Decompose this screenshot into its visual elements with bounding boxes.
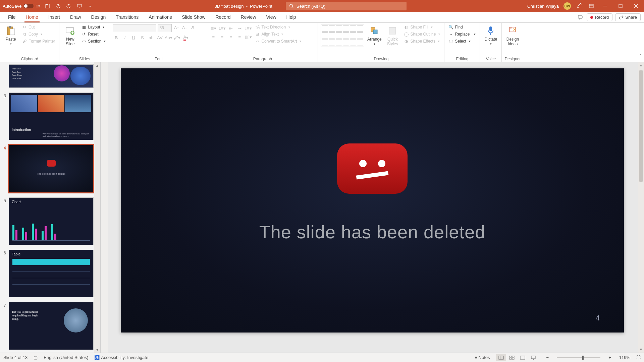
normal-view-button[interactable] xyxy=(496,354,506,361)
quick-styles-button[interactable]: Quick Styles xyxy=(384,24,400,46)
maximize-button[interactable] xyxy=(615,1,626,11)
zoom-in-button[interactable]: + xyxy=(606,355,613,360)
change-case-button[interactable]: Aa▾ xyxy=(165,34,172,41)
section-button[interactable]: ▭Section▾ xyxy=(80,38,107,44)
language-indicator[interactable]: English (United States) xyxy=(44,355,88,360)
spell-check-icon[interactable]: ▢ xyxy=(34,355,38,360)
clear-formatting-icon[interactable]: A̸ xyxy=(189,24,196,31)
sorter-view-button[interactable] xyxy=(507,354,517,361)
slideshow-view-button[interactable] xyxy=(528,354,538,361)
comments-icon[interactable] xyxy=(577,14,584,21)
tab-animations[interactable]: Animations xyxy=(144,12,176,22)
tab-review[interactable]: Review xyxy=(236,12,261,22)
convert-smartart-button[interactable]: ▱Convert to SmartArt▾ xyxy=(254,38,303,44)
slide-counter[interactable]: Slide 4 of 13 xyxy=(3,355,28,360)
user-avatar[interactable]: CW xyxy=(564,2,571,10)
slide-thumbnail-3[interactable]: Introduction With PowerPoint you can cre… xyxy=(9,93,94,140)
scroll-thumb[interactable] xyxy=(639,70,643,182)
reading-view-button[interactable] xyxy=(518,354,528,361)
font-name-combo[interactable] xyxy=(113,24,156,32)
qat-customize-icon[interactable]: ▾ xyxy=(87,2,94,10)
tab-transitions[interactable]: Transitions xyxy=(111,12,143,22)
align-left-button[interactable]: ≡ xyxy=(210,34,217,40)
slide-thumbnails-panel[interactable]: Topic OneTopic TwoTopic ThreeTopic Four … xyxy=(0,62,101,353)
search-box[interactable]: Search (Alt+Q) xyxy=(286,2,407,10)
slide-thumbnail-4[interactable]: The slide has been deleted xyxy=(9,145,94,192)
decrease-indent-button[interactable]: ⇤ xyxy=(227,25,234,32)
replace-button[interactable]: ↔Replace▾ xyxy=(447,31,477,37)
font-size-combo[interactable]: 36 xyxy=(158,24,172,32)
present-from-beginning-icon[interactable] xyxy=(76,2,83,10)
user-name[interactable]: Christian Wijaya xyxy=(527,4,559,9)
tab-view[interactable]: View xyxy=(262,12,281,22)
shadow-button[interactable]: ab xyxy=(148,34,154,41)
fit-to-window-button[interactable]: ⛶ xyxy=(636,355,641,360)
justify-button[interactable]: ≡ xyxy=(236,34,243,40)
scroll-up-icon[interactable]: ▲ xyxy=(94,62,100,68)
highlight-button[interactable]: 🖍▾ xyxy=(174,34,180,41)
align-center-button[interactable]: ≡ xyxy=(219,34,225,40)
close-button[interactable] xyxy=(631,1,641,11)
underline-button[interactable]: U xyxy=(130,34,137,41)
slide-thumbnail-2[interactable]: Topic OneTopic TwoTopic ThreeTopic Four xyxy=(9,64,94,88)
pen-icon[interactable] xyxy=(576,2,583,10)
autosave-toggle[interactable]: AutoSave Off xyxy=(3,4,40,9)
increase-indent-button[interactable]: ⇥ xyxy=(236,25,243,32)
bullets-button[interactable]: ≣▾ xyxy=(210,25,217,32)
design-ideas-button[interactable]: Design Ideas xyxy=(504,24,521,46)
canvas-vertical-scrollbar[interactable]: ▲ ▼ xyxy=(638,62,644,353)
dictate-button[interactable]: Dictate▾ xyxy=(483,24,499,46)
slide-thumbnail-6[interactable]: Table xyxy=(9,250,94,297)
scroll-down-icon[interactable]: ▼ xyxy=(94,347,100,353)
ribbon-display-icon[interactable] xyxy=(588,2,595,10)
slide-canvas-area[interactable]: The slide has been deleted 4 ▲ ▼ xyxy=(101,62,644,353)
font-color-button[interactable]: A▾ xyxy=(182,34,189,41)
align-right-button[interactable]: ≡ xyxy=(227,34,234,40)
tab-file[interactable]: File xyxy=(3,12,20,22)
increase-font-icon[interactable]: A↑ xyxy=(173,24,180,31)
thumbnails-scrollbar[interactable]: ▲ ▼ xyxy=(94,62,100,353)
undo-icon[interactable] xyxy=(54,2,62,10)
arrange-button[interactable]: Arrange▾ xyxy=(366,24,382,46)
italic-button[interactable]: I xyxy=(121,34,128,41)
zoom-handle[interactable] xyxy=(582,356,584,360)
zoom-slider[interactable] xyxy=(557,357,600,358)
decrease-font-icon[interactable]: A↓ xyxy=(181,24,188,31)
strikethrough-button[interactable]: S xyxy=(139,34,146,41)
tab-slideshow[interactable]: Slide Show xyxy=(177,12,210,22)
select-button[interactable]: ⬚Select▾ xyxy=(447,38,477,44)
slide-thumbnail-7[interactable]: The way to get started is to quit talkin… xyxy=(9,302,94,350)
notes-button[interactable]: ≡ Notes xyxy=(475,355,490,360)
find-button[interactable]: 🔍Find xyxy=(447,24,477,30)
text-direction-button[interactable]: ↕AText Direction▾ xyxy=(254,24,303,30)
shape-effects-button[interactable]: ◑Shape Effects▾ xyxy=(402,38,441,44)
layout-button[interactable]: ▦Layout▾ xyxy=(80,24,107,30)
bold-button[interactable]: B xyxy=(113,34,119,41)
collapse-ribbon-icon[interactable]: ⌃ xyxy=(639,54,642,58)
copy-button[interactable]: ⧉Copy▾ xyxy=(21,31,56,37)
line-spacing-button[interactable]: ↕≡▾ xyxy=(245,25,252,32)
format-painter-button[interactable]: 🖌Format Painter xyxy=(21,38,56,44)
redo-icon[interactable] xyxy=(65,2,72,10)
align-text-button[interactable]: ⊟Align Text▾ xyxy=(254,31,303,37)
scroll-down-icon[interactable]: ▼ xyxy=(638,347,644,353)
save-icon[interactable] xyxy=(44,2,51,10)
shape-fill-button[interactable]: ◐Shape Fill▾ xyxy=(402,24,441,30)
char-spacing-button[interactable]: AV xyxy=(156,34,163,41)
reset-button[interactable]: ↺Reset xyxy=(80,31,107,37)
minimize-button[interactable] xyxy=(600,1,610,11)
numbering-button[interactable]: 1≡▾ xyxy=(219,25,225,32)
share-button[interactable]: Share xyxy=(615,13,641,21)
tab-home[interactable]: Home xyxy=(21,12,43,22)
new-slide-button[interactable]: New Slide xyxy=(62,24,78,46)
tab-record[interactable]: Record xyxy=(211,12,235,22)
toggle-switch[interactable] xyxy=(23,4,34,8)
slide-thumbnail-5[interactable]: Chart xyxy=(9,197,94,245)
record-button[interactable]: Record xyxy=(587,13,612,21)
current-slide[interactable]: The slide has been deleted 4 xyxy=(121,68,624,333)
tab-draw[interactable]: Draw xyxy=(65,12,86,22)
tab-design[interactable]: Design xyxy=(87,12,111,22)
paste-button[interactable]: Paste ▾ xyxy=(3,24,19,46)
shapes-gallery[interactable] xyxy=(321,24,364,47)
zoom-level[interactable]: 119% xyxy=(619,355,630,360)
